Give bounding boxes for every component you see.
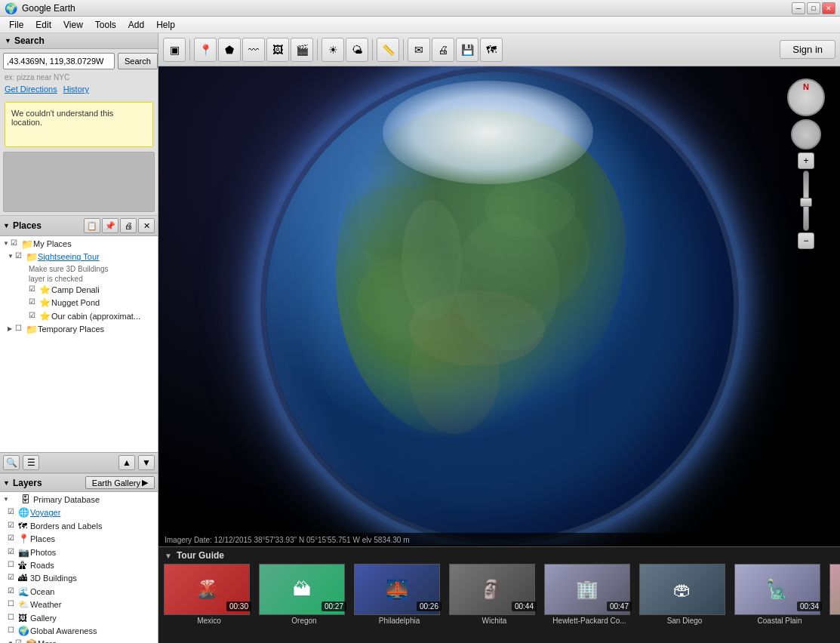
- places-new-folder-btn[interactable]: 📋: [84, 218, 100, 233]
- earth-gallery-button[interactable]: Earth Gallery ▶: [85, 476, 155, 489]
- get-directions-link[interactable]: Get Directions: [5, 85, 57, 94]
- menu-tools[interactable]: Tools: [89, 18, 122, 32]
- tree-label-gallery-layer: Gallery: [30, 613, 57, 624]
- zoom-slider-thumb[interactable]: [800, 198, 812, 207]
- add-polygon-btn[interactable]: ⬟: [218, 38, 241, 62]
- tree-check-camp-denali[interactable]: ☑: [29, 285, 39, 293]
- tour-guide-header: ▼ Tour Guide: [158, 547, 840, 564]
- minimize-button[interactable]: ─: [792, 2, 805, 14]
- tree-item-camp-denali[interactable]: ☑ ⭐ Camp Denali: [2, 284, 156, 297]
- search-section: ▼ Search Search ex: pizza near NYC Get D…: [0, 33, 158, 216]
- tree-label-voyager[interactable]: Voyager: [30, 507, 60, 518]
- tree-item-voyager[interactable]: ☑ 🌐 Voyager: [2, 506, 156, 519]
- zoom-slider-container: + −: [798, 152, 814, 249]
- layers-title-btn[interactable]: ▼ Layers: [3, 478, 85, 488]
- menu-help[interactable]: Help: [150, 18, 181, 32]
- folder-icon-sightseeing: 📁: [26, 251, 38, 263]
- atmosphere-btn[interactable]: 🌤: [346, 38, 368, 62]
- sign-in-button[interactable]: Sign in: [780, 40, 835, 59]
- tree-check-nugget-pond[interactable]: ☑: [29, 297, 39, 306]
- tour-thumb-philadelphia[interactable]: 🌉 00:26 Philadelphia: [354, 564, 445, 626]
- tree-item-roads-layer[interactable]: ☐ 🛣 Roads: [2, 559, 156, 572]
- places-toolbar-left: ▼ Places: [3, 220, 42, 231]
- save-image-btn[interactable]: 💾: [456, 38, 478, 62]
- tree-item-sightseeing[interactable]: ▼ ☑ 📁 Sightseeing Tour: [2, 251, 156, 263]
- buildings-icon: 🏙: [18, 573, 30, 583]
- print-btn[interactable]: 🖨: [432, 38, 454, 62]
- tree-item-nugget-pond[interactable]: ☑ ⭐ Nugget Pond: [2, 297, 156, 309]
- tree-item-3d-buildings[interactable]: ☑ 🏙 3D Buildings: [2, 572, 156, 585]
- sidebar-toggle-btn[interactable]: ▣: [163, 38, 186, 62]
- tour-thumb-coastal[interactable]: 🗽 00:34 Coastal Plain: [734, 564, 825, 626]
- tilt-control[interactable]: [791, 119, 821, 149]
- tree-item-ocean-layer[interactable]: ☑ 🌊 Ocean: [2, 586, 156, 598]
- tour-thumb-oregon[interactable]: 🏔 00:27 Oregon: [259, 564, 349, 626]
- places-section: ▼ Places 📋 📌 🖨 ✕ ▼ ☑ 📁 My Places: [0, 216, 158, 474]
- tree-item-our-cabin[interactable]: ☑ ⭐ Our cabin (approximat...: [2, 310, 156, 323]
- tree-item-borders[interactable]: ☑ 🗺 Borders and Labels: [2, 520, 156, 533]
- places-delete-btn[interactable]: ✕: [138, 218, 155, 233]
- search-places-btn[interactable]: 🔍: [3, 455, 20, 470]
- menu-view[interactable]: View: [57, 18, 89, 32]
- zoom-slider-track[interactable]: [803, 171, 809, 231]
- search-input[interactable]: [3, 53, 115, 69]
- places-new-placemark-btn[interactable]: 📌: [102, 218, 118, 233]
- tree-item-more-layer[interactable]: ▼ ☑ 📦 More: [2, 638, 156, 643]
- tree-check-our-cabin[interactable]: ☑: [29, 311, 39, 319]
- toggle-view-btn[interactable]: ☰: [23, 455, 39, 470]
- tree-item-temp-places[interactable]: ▶ ☐ 📁 Temporary Places: [2, 323, 156, 336]
- layers-header: ▼ Layers Earth Gallery ▶: [0, 474, 158, 492]
- tree-label-sightseeing[interactable]: Sightseeing Tour: [38, 251, 100, 263]
- tree-check-temp[interactable]: ☐: [15, 324, 26, 332]
- google-maps-btn[interactable]: 🗺: [480, 38, 503, 62]
- tour-thumb-mexico[interactable]: 🌋 00:30 Mexico: [164, 564, 254, 626]
- tour-label-sandiego: San Diego: [639, 615, 730, 626]
- tree-item-photos-layer[interactable]: ☑ 📷 Photos: [2, 546, 156, 559]
- menu-add[interactable]: Add: [122, 18, 150, 32]
- move-down-btn[interactable]: ▼: [138, 455, 155, 470]
- tree-item-weather-layer[interactable]: ☐ ⛅ Weather: [2, 598, 156, 611]
- awareness-icon: 🌍: [18, 626, 30, 636]
- svg-point-7: [454, 215, 560, 351]
- tour-thumb-texas[interactable]: 🌸 Texas: [829, 564, 840, 626]
- close-button[interactable]: ✕: [822, 2, 835, 14]
- earth-globe[interactable]: [266, 72, 734, 540]
- move-up-btn[interactable]: ▲: [118, 455, 135, 470]
- tree-label-nugget-pond: Nugget Pond: [51, 297, 100, 309]
- email-btn[interactable]: ✉: [408, 38, 430, 62]
- add-image-overlay-btn[interactable]: 🖼: [266, 38, 289, 62]
- tree-item-places-layer[interactable]: ☑ 📍 Places: [2, 533, 156, 546]
- tour-label-mexico: Mexico: [164, 615, 254, 626]
- tree-item-myplaces[interactable]: ▼ ☑ 📁 My Places: [2, 238, 156, 251]
- ruler-btn[interactable]: 📏: [377, 38, 399, 62]
- add-path-btn[interactable]: 〰: [242, 38, 265, 62]
- tour-thumb-sandiego[interactable]: 🏟 San Diego: [639, 564, 730, 626]
- search-header[interactable]: ▼ Search: [0, 33, 158, 49]
- compass-control[interactable]: N: [787, 78, 825, 116]
- tour-thumb-hp[interactable]: 🏢 00:47 Hewlett-Packard Co...: [544, 564, 635, 626]
- tour-thumb-wichita[interactable]: 🗿 00:44 Wichita: [449, 564, 540, 626]
- tree-label-places-layer: Places: [30, 534, 55, 545]
- search-button[interactable]: Search: [118, 53, 158, 69]
- tree-item-primary-db[interactable]: ▼ 🗄 Primary Database: [2, 494, 156, 506]
- tour-guide: ▼ Tour Guide 🌋 00:30 Mexico 🏔 00:27 Oreg…: [158, 546, 840, 643]
- tour-label-texas: Texas: [829, 615, 840, 626]
- tree-check-sightseeing[interactable]: ☑: [15, 251, 26, 260]
- tree-item-global-awareness[interactable]: ☐ 🌍 Global Awareness: [2, 625, 156, 638]
- zoom-out-btn[interactable]: −: [798, 232, 814, 249]
- record-tour-btn[interactable]: 🎬: [291, 38, 313, 62]
- tree-label-roads-layer: Roads: [30, 560, 54, 571]
- add-placemark-btn[interactable]: 📍: [194, 38, 217, 62]
- places-print-btn[interactable]: 🖨: [120, 218, 137, 233]
- tree-item-gallery-layer[interactable]: ☐ 🖼 Gallery: [2, 612, 156, 625]
- search-header-label: Search: [14, 35, 45, 46]
- menu-edit[interactable]: Edit: [29, 18, 57, 32]
- folder-icon-temp: 📁: [26, 324, 38, 335]
- history-link[interactable]: History: [63, 85, 89, 94]
- menu-file[interactable]: File: [3, 18, 29, 32]
- sunlight-btn[interactable]: ☀: [322, 38, 344, 62]
- globe-container[interactable]: [158, 66, 840, 545]
- zoom-in-btn[interactable]: +: [798, 152, 814, 169]
- maximize-button[interactable]: □: [807, 2, 820, 14]
- tree-check-myplaces[interactable]: ☑: [11, 238, 21, 247]
